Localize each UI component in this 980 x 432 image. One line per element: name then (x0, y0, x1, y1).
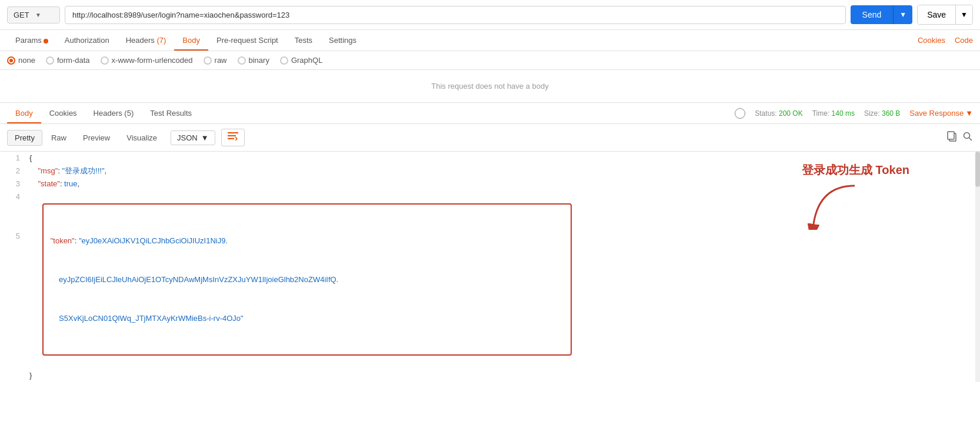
tab-tests-label: Tests (295, 36, 312, 45)
body-type-form-data[interactable]: form-data (46, 56, 90, 65)
body-type-binary-label: binary (249, 56, 269, 65)
tab-settings[interactable]: Settings (321, 30, 365, 51)
copy-button[interactable] (947, 131, 958, 144)
response-status: Status: 200 OK Time: 140 ms Size: 360 B … (735, 108, 973, 119)
resp-tab-cookies-label: Cookies (49, 109, 77, 118)
globe-icon (735, 108, 745, 119)
arrow-icon (808, 183, 866, 230)
scrollbar[interactable] (975, 152, 980, 382)
time-label: Time: 140 ms (812, 109, 855, 118)
tab-headers-label: Headers (7) (126, 36, 166, 45)
save-response-button[interactable]: Save Response ▼ (909, 109, 973, 118)
radio-raw-icon (204, 56, 212, 65)
body-type-raw-label: raw (215, 56, 227, 65)
visualize-button[interactable]: Visualize (119, 130, 165, 146)
code-area: 1 2 3 4 5 { "msg": "登录成功!!!", "state": t… (0, 152, 980, 382)
tabs-right: Cookies Code (918, 36, 973, 45)
send-arrow-button[interactable]: ▼ (893, 5, 912, 24)
format-chevron-icon: ▼ (201, 133, 209, 142)
raw-button[interactable]: Raw (44, 130, 74, 146)
resp-tab-headers-label: Headers (5) (94, 109, 134, 118)
size-value: 360 B (882, 109, 900, 118)
view-toolbar: Pretty Raw Preview Visualize JSON ▼ (0, 124, 980, 152)
method-select[interactable]: GET ▼ (7, 6, 60, 24)
save-arrow-button[interactable]: ▼ (955, 5, 972, 24)
svg-line-6 (969, 138, 972, 141)
format-select[interactable]: JSON ▼ (171, 130, 215, 145)
radio-urlencoded-icon (101, 56, 109, 65)
code-link[interactable]: Code (955, 36, 973, 45)
tab-authorization[interactable]: Authorization (56, 30, 118, 51)
tab-pre-request[interactable]: Pre-request Script (208, 30, 286, 51)
method-chevron-icon: ▼ (35, 12, 54, 18)
body-type-urlencoded[interactable]: x-www-form-urlencoded (101, 56, 193, 65)
radio-graphql-icon (280, 56, 288, 65)
tab-params[interactable]: Params (7, 30, 56, 51)
scrollbar-thumb[interactable] (975, 152, 980, 187)
body-type-graphql[interactable]: GraphQL (280, 56, 322, 65)
body-type-form-data-label: form-data (57, 56, 90, 65)
time-value: 140 ms (832, 109, 855, 118)
resp-tab-test-results[interactable]: Test Results (142, 103, 200, 123)
annotation-text: 登录成功生成 Token (802, 162, 909, 178)
tab-headers[interactable]: Headers (7) (118, 30, 175, 51)
body-type-raw[interactable]: raw (204, 56, 227, 65)
token-line-1: "token": "eyJ0eXAiOiJKV1QiLCJhbGciOiJIUz… (51, 235, 564, 247)
body-type-none-label: none (18, 56, 35, 65)
tab-body[interactable]: Body (174, 30, 208, 51)
params-dot (44, 39, 48, 43)
no-body-message: This request does not have a body (0, 70, 980, 103)
response-tabs: Body Cookies Headers (5) Test Results St… (0, 103, 980, 124)
send-btn-group: Send ▼ (851, 5, 913, 24)
body-type-none[interactable]: none (7, 56, 35, 65)
request-tabs: Params Authorization Headers (7) Body Pr… (0, 30, 980, 51)
search-button[interactable] (962, 131, 973, 144)
format-label: JSON (177, 133, 198, 142)
resp-tab-body[interactable]: Body (7, 103, 41, 123)
radio-binary-icon (238, 56, 246, 65)
resp-tab-body-label: Body (15, 109, 33, 118)
save-btn-group: Save ▼ (917, 5, 973, 25)
svg-rect-2 (228, 138, 234, 139)
send-button[interactable]: Send (851, 5, 894, 24)
status-value: 200 OK (779, 109, 803, 118)
svg-rect-4 (948, 132, 954, 139)
token-box: "token": "eyJ0eXAiOiJKV1QiLCJhbGciOiJIUz… (42, 203, 572, 356)
toolbar-right (947, 131, 973, 144)
tab-authorization-label: Authorization (65, 36, 109, 45)
save-button[interactable]: Save (918, 5, 955, 24)
resp-tab-headers[interactable]: Headers (5) (85, 103, 142, 123)
body-type-row: none form-data x-www-form-urlencoded raw… (0, 51, 980, 70)
body-type-urlencoded-label: x-www-form-urlencoded (112, 56, 193, 65)
tab-body-label: Body (182, 36, 200, 45)
tab-settings-label: Settings (329, 36, 356, 45)
status-label: Status: 200 OK (755, 109, 802, 118)
arrow-wrapper (808, 183, 909, 230)
body-type-graphql-label: GraphQL (291, 56, 322, 65)
wrap-button[interactable] (221, 129, 245, 146)
tab-tests[interactable]: Tests (286, 30, 321, 51)
url-input[interactable] (65, 6, 846, 24)
radio-form-data-icon (46, 56, 54, 65)
svg-rect-0 (228, 132, 238, 133)
token-line-3: S5XvKjLoCN01QlWq_JTjMTXAyKrWMieBs-i-rv-4… (51, 312, 564, 325)
radio-none-icon (7, 56, 15, 65)
svg-point-5 (964, 133, 970, 139)
line-numbers: 1 2 3 4 5 (0, 152, 29, 382)
line-5: } (29, 369, 968, 382)
size-label: Size: 360 B (864, 109, 900, 118)
preview-button[interactable]: Preview (75, 130, 118, 146)
method-label: GET (14, 11, 32, 19)
body-type-binary[interactable]: binary (238, 56, 269, 65)
tab-params-label: Params (15, 36, 42, 45)
resp-tab-test-results-label: Test Results (150, 109, 192, 118)
svg-rect-1 (228, 135, 236, 136)
annotation-area: 登录成功生成 Token (802, 162, 909, 230)
pretty-button[interactable]: Pretty (7, 130, 42, 146)
resp-tab-cookies[interactable]: Cookies (41, 103, 85, 123)
token-line-2: eyJpZCI6IjEiLCJleUhAiOjE1OTcyNDAwMjMsInV… (51, 273, 564, 286)
cookies-link[interactable]: Cookies (918, 36, 945, 45)
tab-pre-request-label: Pre-request Script (216, 36, 278, 45)
top-bar: GET ▼ Send ▼ Save ▼ (0, 0, 980, 30)
